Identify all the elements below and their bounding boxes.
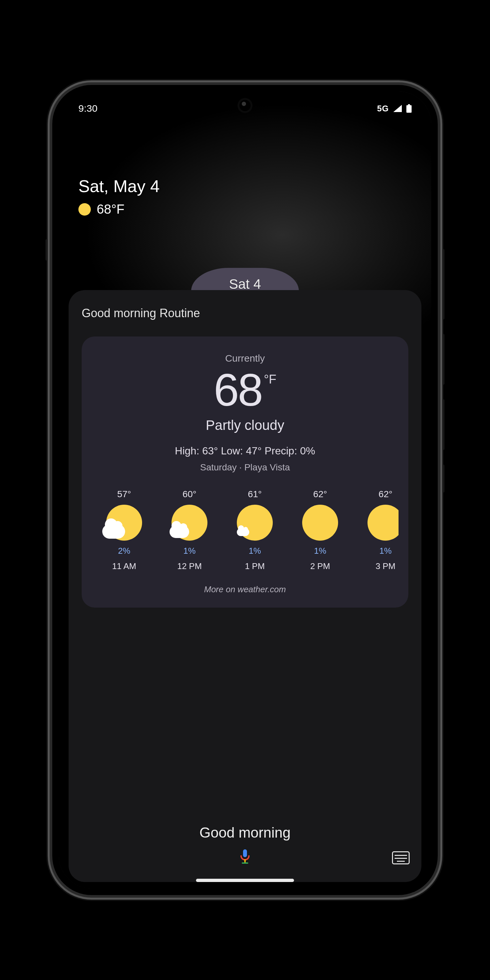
partly-cloudy-icon [106,505,142,541]
assistant-handle-label: Sat 4 [229,276,261,292]
weather-temp: 68 [214,367,262,413]
hourly-column[interactable]: 62°1%2 PM [288,489,353,571]
routine-title: Good morning Routine [82,306,408,320]
assistant-greeting: Good morning [68,824,422,841]
sunny-icon [368,505,399,541]
phone-screen: 9:30 5G Sat, May 4 68°F [59,91,431,889]
hourly-column[interactable]: 60°1%12 PM [157,489,222,571]
hourly-precip: 1% [314,546,326,556]
partly-cloudy-icon [172,505,207,541]
assistant-sheet: Good morning Routine Currently 68 °F Par… [68,290,422,882]
phone-side-button [440,333,444,385]
mic-icon[interactable] [239,849,251,865]
gesture-nav-bar[interactable] [196,879,294,882]
hourly-temp: 60° [183,489,196,500]
hourly-temp: 61° [248,489,262,500]
hourly-forecast[interactable]: 57°2%11 AM60°1%12 PM61°1%1 PM62°1%2 PM62… [91,489,399,571]
hourly-time: 11 AM [112,561,136,571]
phone-side-button [440,399,444,451]
hourly-time: 2 PM [310,561,330,571]
phone-side-button [440,248,444,320]
weather-high-low-precip: High: 63° Low: 47° Precip: 0% [91,445,399,457]
battery-icon [406,104,412,113]
sunny-icon [78,203,91,216]
svg-rect-2 [243,850,247,857]
hourly-column[interactable]: 57°2%11 AM [91,489,157,571]
hourly-column[interactable]: 62°1%3 PM [353,489,399,571]
hourly-time: 3 PM [375,561,396,571]
phone-side-button [440,464,444,493]
ambient-temp: 68°F [97,202,124,216]
sunny-icon [302,505,338,541]
status-network-label: 5G [377,103,389,114]
hourly-precip: 2% [118,546,130,556]
weather-card[interactable]: Currently 68 °F Partly cloudy High: 63° … [82,336,408,608]
hourly-precip: 1% [183,546,196,556]
assistant-bottom-bar: Good morning [68,824,422,865]
weather-more-link[interactable]: More on weather.com [91,584,399,595]
weather-day-location: Saturday · Playa Vista [91,462,399,473]
hourly-time: 1 PM [245,561,265,571]
signal-icon [393,105,402,112]
hourly-time: 12 PM [177,561,202,571]
hourly-precip: 1% [248,546,261,556]
hourly-column[interactable]: 61°1%1 PM [222,489,288,571]
svg-rect-1 [406,105,412,113]
ambient-date: Sat, May 4 [78,177,160,196]
status-time: 9:30 [78,103,97,114]
hourly-temp: 62° [379,489,392,500]
hourly-precip: 1% [379,546,392,556]
at-a-glance-widget[interactable]: Sat, May 4 68°F [78,177,160,216]
keyboard-icon[interactable] [392,851,410,864]
weather-temp-unit: °F [264,373,276,385]
hourly-temp: 62° [313,489,327,500]
phone-frame: 9:30 5G Sat, May 4 68°F [52,85,438,895]
status-bar: 9:30 5G [59,99,431,118]
hourly-temp: 57° [117,489,131,500]
svg-rect-0 [408,104,410,105]
partly-cloudy-icon [237,505,273,541]
weather-now-label: Currently [91,353,399,364]
phone-side-button [46,239,50,261]
weather-condition: Partly cloudy [91,417,399,433]
